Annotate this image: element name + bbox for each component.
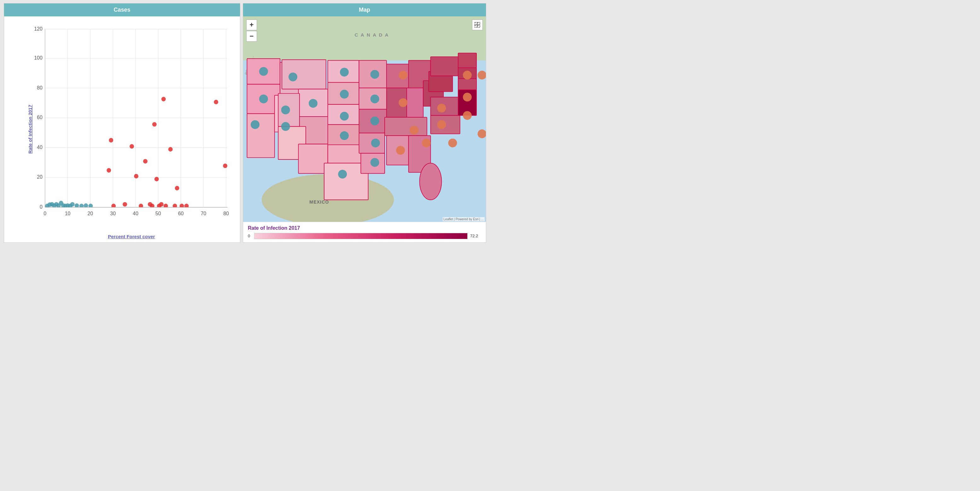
svg-point-137 [422, 138, 431, 147]
svg-point-129 [371, 138, 380, 147]
svg-rect-147 [475, 22, 477, 25]
svg-point-51 [175, 186, 180, 190]
svg-point-128 [281, 122, 290, 131]
legend-max-value: 72.2 [470, 234, 481, 238]
scatter-svg: 0 20 40 60 80 100 120 0 10 20 30 40 50 6… [26, 23, 234, 223]
svg-point-53 [184, 203, 189, 208]
legend-bar-container: 0 72.2 [248, 233, 481, 239]
scatter-plot-panel: Cases Rate of Infection 2017 [4, 3, 240, 243]
svg-point-134 [399, 98, 407, 107]
svg-rect-149 [475, 25, 477, 27]
svg-rect-102 [407, 88, 423, 117]
svg-text:70: 70 [200, 211, 206, 216]
svg-text:80: 80 [37, 84, 43, 90]
svg-point-133 [399, 71, 407, 79]
svg-point-124 [340, 131, 349, 140]
svg-point-49 [169, 147, 173, 151]
svg-point-44 [154, 177, 159, 181]
map-controls: + − [246, 19, 257, 41]
svg-point-67 [70, 202, 75, 207]
svg-point-135 [410, 126, 418, 134]
y-axis-label: Rate of Infection 2017 [27, 105, 33, 154]
svg-text:MEXICO: MEXICO [309, 199, 329, 204]
svg-point-40 [143, 159, 148, 163]
svg-point-132 [371, 158, 379, 167]
svg-text:100: 100 [34, 54, 43, 60]
svg-point-50 [173, 203, 177, 208]
map-panel: Map MEXICO C A N A D A ROCKY M... [243, 3, 486, 243]
svg-rect-112 [458, 78, 476, 89]
svg-text:30: 30 [110, 211, 116, 216]
zoom-out-button[interactable]: − [246, 31, 257, 41]
svg-rect-148 [478, 22, 480, 25]
svg-point-47 [161, 97, 166, 101]
legend-title: Rate of Infection 2017 [248, 225, 481, 231]
svg-text:60: 60 [178, 211, 184, 216]
svg-point-48 [164, 203, 168, 208]
red-points [107, 97, 228, 208]
svg-rect-109 [431, 57, 458, 76]
svg-point-35 [111, 203, 116, 208]
svg-point-123 [340, 111, 349, 121]
svg-point-52 [180, 203, 184, 208]
svg-point-36 [123, 202, 127, 207]
leaflet-attribution: Leaflet | Powered by Esri | ... [443, 217, 485, 221]
legend-gradient-bar [254, 233, 468, 239]
svg-point-140 [448, 138, 457, 147]
chart-area: Rate of Infection 2017 [4, 16, 240, 242]
svg-point-34 [109, 138, 113, 142]
svg-point-119 [288, 73, 298, 81]
svg-text:0: 0 [40, 203, 43, 209]
svg-text:40: 40 [37, 144, 43, 150]
svg-point-39 [139, 203, 143, 208]
svg-text:120: 120 [34, 25, 43, 31]
svg-point-43 [152, 122, 157, 126]
svg-point-131 [281, 105, 290, 114]
svg-text:60: 60 [37, 114, 43, 120]
svg-point-37 [130, 144, 134, 148]
expand-icon [474, 22, 480, 28]
svg-point-120 [309, 99, 318, 108]
zoom-in-button[interactable]: + [246, 19, 257, 30]
svg-rect-103 [385, 117, 427, 135]
svg-point-122 [340, 89, 349, 99]
svg-point-70 [84, 203, 88, 208]
legend-area: Rate of Infection 2017 0 72.2 [243, 222, 486, 242]
svg-point-146 [251, 120, 259, 129]
svg-rect-110 [458, 53, 476, 68]
scatter-panel-title: Cases [4, 3, 240, 16]
svg-point-54 [214, 100, 218, 104]
main-container: Cases Rate of Infection 2017 [4, 3, 486, 243]
svg-point-117 [259, 67, 268, 76]
svg-rect-0 [45, 29, 228, 207]
svg-text:50: 50 [156, 211, 161, 216]
svg-text:10: 10 [65, 211, 71, 216]
svg-rect-150 [478, 25, 480, 27]
svg-point-42 [150, 203, 154, 208]
svg-text:40: 40 [133, 211, 138, 216]
x-axis-label: Percent Forest cover [108, 234, 155, 239]
svg-point-71 [88, 203, 93, 208]
svg-text:C A N A D A: C A N A D A [355, 32, 389, 38]
svg-text:20: 20 [37, 174, 43, 179]
svg-point-118 [259, 94, 268, 103]
svg-point-125 [371, 70, 379, 78]
svg-rect-80 [247, 113, 274, 157]
svg-point-116 [420, 163, 442, 200]
svg-point-142 [463, 93, 472, 102]
svg-point-143 [463, 111, 472, 120]
svg-text:20: 20 [88, 211, 93, 216]
svg-text:0: 0 [43, 211, 46, 216]
svg-rect-88 [298, 144, 328, 173]
svg-point-38 [134, 174, 138, 178]
svg-point-138 [438, 104, 446, 113]
svg-point-55 [223, 163, 228, 168]
map-panel-title: Map [243, 3, 486, 16]
svg-point-141 [463, 71, 472, 79]
map-expand-button[interactable] [472, 19, 483, 30]
svg-point-121 [340, 68, 349, 76]
map-svg: MEXICO C A N A D A ROCKY M... [243, 16, 486, 222]
svg-point-68 [75, 203, 79, 208]
svg-point-139 [438, 120, 446, 129]
svg-rect-83 [282, 60, 326, 89]
